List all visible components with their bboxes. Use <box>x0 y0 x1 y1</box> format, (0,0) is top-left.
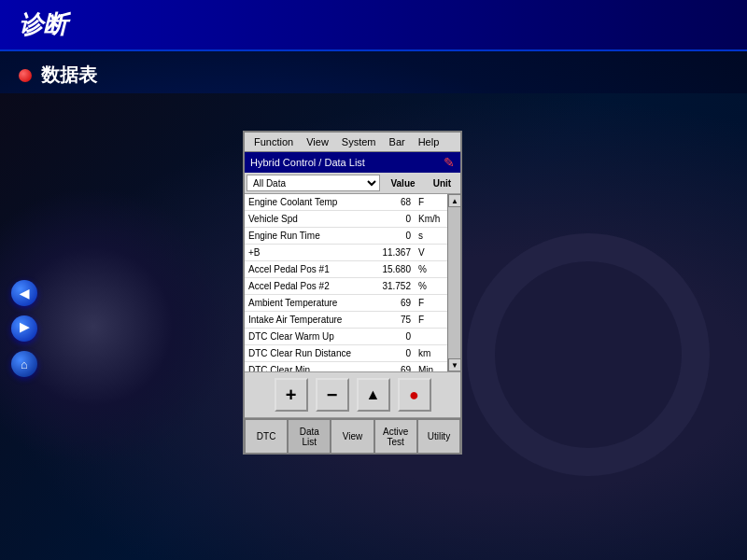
table-row[interactable]: Accel Pedal Pos #231.752% <box>245 278 447 295</box>
window-title-bar: Hybrid Control / Data List ✎ <box>245 152 460 173</box>
tab-dtc[interactable]: DTC <box>245 419 288 453</box>
nav-prev-icon: ◀ <box>20 287 29 301</box>
tab-view[interactable]: View <box>331 419 374 453</box>
filter-row: All Data Value Unit <box>245 173 460 194</box>
table-row[interactable]: DTC Clear Run Distance0km <box>245 345 447 362</box>
up-icon: ▲ <box>366 386 381 403</box>
row-name: Ambient Temperature <box>245 297 373 309</box>
row-unit: % <box>415 280 447 292</box>
row-value: 0 <box>373 213 415 225</box>
row-name: DTC Clear Min <box>245 364 373 371</box>
data-table-container: Engine Coolant Temp68FVehicle Spd0Km/hEn… <box>245 194 460 371</box>
record-button[interactable]: ● <box>398 378 431 412</box>
row-name: Vehicle Spd <box>245 213 373 225</box>
data-table[interactable]: Engine Coolant Temp68FVehicle Spd0Km/hEn… <box>245 194 447 371</box>
scrollbar[interactable]: ▲ ▼ <box>447 194 460 371</box>
row-value: 69 <box>373 297 415 309</box>
tab-datalist-label: DataList <box>300 427 319 447</box>
row-value: 68 <box>373 196 415 208</box>
title-bar: 诊断 <box>0 0 747 51</box>
menu-view[interactable]: View <box>301 134 334 149</box>
minus-icon: − <box>327 385 338 406</box>
row-value: 0 <box>373 230 415 242</box>
menu-system[interactable]: System <box>336 134 382 149</box>
row-name: DTC Clear Run Distance <box>245 347 373 359</box>
row-name: +B <box>245 246 373 259</box>
row-unit: s <box>415 230 447 242</box>
row-value: 0 <box>373 330 415 343</box>
row-name: DTC Clear Warm Up <box>245 330 373 343</box>
row-value: 11.367 <box>373 246 415 259</box>
window-title-icon: ✎ <box>444 155 455 170</box>
tab-view-label: View <box>343 431 363 441</box>
table-row[interactable]: DTC Clear Warm Up0 <box>245 329 447 345</box>
bottom-tabs: DTC DataList View ActiveTest Utility <box>245 418 460 453</box>
remove-button[interactable]: − <box>316 378 349 412</box>
row-value: 75 <box>373 314 415 326</box>
table-row[interactable]: Vehicle Spd0Km/h <box>245 211 447 228</box>
toolbar: + − ▲ ● <box>245 371 460 418</box>
table-row[interactable]: Accel Pedal Pos #115.680% <box>245 261 447 278</box>
sidebar-nav-prev[interactable]: ◀ <box>11 280 37 306</box>
row-value: 31.752 <box>373 280 415 292</box>
nav-next-icon: ◀ <box>20 322 29 336</box>
section-header: 数据表 <box>0 51 747 99</box>
scrollbar-down-button[interactable]: ▼ <box>448 358 461 371</box>
row-name: Engine Run Time <box>245 230 373 242</box>
row-value: 0 <box>373 347 415 359</box>
row-unit: km <box>415 347 447 359</box>
up-button[interactable]: ▲ <box>357 378 390 412</box>
home-icon: ⌂ <box>21 357 28 371</box>
tab-utility[interactable]: Utility <box>417 419 460 453</box>
sidebar-nav-next[interactable]: ◀ <box>11 315 37 342</box>
row-name: Accel Pedal Pos #2 <box>245 280 373 292</box>
table-row[interactable]: Ambient Temperature69F <box>245 295 447 312</box>
menu-function[interactable]: Function <box>248 134 299 149</box>
tab-datalist[interactable]: DataList <box>288 419 331 453</box>
row-value: 15.680 <box>373 263 415 275</box>
row-unit: Min <box>415 364 447 371</box>
section-indicator <box>19 69 32 82</box>
window-title-text: Hybrid Control / Data List <box>250 157 365 168</box>
row-unit <box>415 336 447 338</box>
menu-bar[interactable]: Bar <box>384 134 411 149</box>
row-unit: V <box>415 246 447 259</box>
table-row[interactable]: Engine Coolant Temp68F <box>245 194 447 211</box>
menu-bar: Function View System Bar Help <box>245 133 460 152</box>
menu-help[interactable]: Help <box>413 134 445 149</box>
row-unit: F <box>415 196 447 208</box>
diagnostic-window: Function View System Bar Help Hybrid Con… <box>243 131 462 455</box>
col-value-header: Value <box>382 178 424 189</box>
row-name: Intake Air Temperature <box>245 314 373 326</box>
table-row[interactable]: DTC Clear Min69Min <box>245 362 447 371</box>
section-title: 数据表 <box>41 63 97 88</box>
table-row[interactable]: Engine Run Time0s <box>245 228 447 245</box>
sidebar: ◀ ◀ ⌂ <box>11 280 37 377</box>
filter-select[interactable]: All Data <box>247 175 380 191</box>
app-title: 诊断 <box>19 8 67 41</box>
plus-icon: + <box>286 385 297 406</box>
table-row[interactable]: +B11.367V <box>245 245 447 261</box>
tab-activetest[interactable]: ActiveTest <box>374 419 417 453</box>
row-name: Engine Coolant Temp <box>245 196 373 208</box>
add-button[interactable]: + <box>275 378 308 412</box>
tab-utility-label: Utility <box>428 431 450 441</box>
row-unit: F <box>415 314 447 326</box>
row-name: Accel Pedal Pos #1 <box>245 263 373 275</box>
tab-dtc-label: DTC <box>257 431 276 441</box>
tab-activetest-label: ActiveTest <box>383 427 408 447</box>
row-unit: % <box>415 263 447 275</box>
row-value: 69 <box>373 364 415 371</box>
col-unit-header: Unit <box>426 178 458 189</box>
row-unit: F <box>415 297 447 309</box>
scrollbar-up-button[interactable]: ▲ <box>448 194 461 207</box>
record-icon: ● <box>409 385 419 405</box>
sidebar-home[interactable]: ⌂ <box>11 351 37 377</box>
row-unit: Km/h <box>415 213 447 225</box>
table-row[interactable]: Intake Air Temperature75F <box>245 312 447 329</box>
